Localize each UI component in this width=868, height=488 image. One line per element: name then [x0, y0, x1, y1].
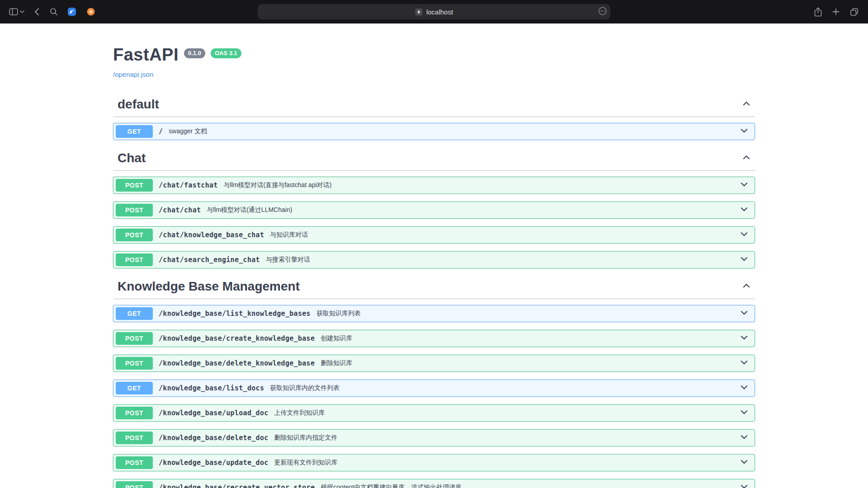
endpoint-row[interactable]: POST /knowledge_base/upload_doc 上传文件到知识库 [113, 404, 755, 422]
search-icon [50, 8, 58, 16]
chevron-down-icon [739, 382, 749, 394]
section-endpoints: GET /knowledge_base/list_knowledge_bases… [113, 299, 755, 488]
endpoint-description: 删除知识库 [321, 359, 352, 367]
endpoint-row[interactable]: POST /knowledge_base/update_doc 更新现有文件到知… [113, 454, 755, 471]
expand-endpoint-button[interactable] [738, 406, 750, 419]
oas-badge: OAS 3.1 [211, 48, 241, 58]
chevron-down-icon [739, 482, 749, 488]
share-icon [814, 7, 822, 17]
expand-endpoint-button[interactable] [738, 203, 750, 216]
endpoint-description: 更新现有文件到知识库 [274, 459, 338, 467]
method-badge: POST [116, 407, 153, 419]
swagger-page: FastAPI 0.1.0 OAS 3.1 /openapi.json defa… [0, 23, 868, 488]
endpoint-row[interactable]: POST /knowledge_base/recreate_vector_sto… [113, 479, 755, 488]
expand-endpoint-button[interactable] [738, 381, 750, 394]
endpoint-description: 与llm模型对话(直接与fastchat api对话) [224, 181, 332, 189]
endpoint-path: /knowledge_base/create_knowledge_base [159, 334, 315, 343]
expand-endpoint-button[interactable] [738, 332, 750, 345]
page-menu-button[interactable] [598, 7, 607, 17]
api-title: FastAPI [113, 45, 179, 65]
endpoint-row[interactable]: POST /chat/search_engine_chat 与搜索引擎对话 [113, 251, 755, 268]
chevron-down-icon [739, 308, 749, 319]
expand-endpoint-button[interactable] [738, 431, 750, 444]
openapi-spec-link[interactable]: /openapi.json [113, 70, 153, 78]
endpoint-row[interactable]: POST /chat/knowledge_base_chat 与知识库对话 [113, 226, 755, 244]
method-badge: POST [116, 456, 153, 469]
back-button[interactable] [30, 4, 43, 19]
expand-endpoint-button[interactable] [738, 178, 750, 192]
search-button[interactable] [47, 4, 61, 19]
sidebar-icon [9, 8, 18, 15]
blue-extension-icon [67, 7, 76, 16]
expand-endpoint-button[interactable] [738, 125, 750, 138]
method-badge: POST [116, 432, 153, 444]
endpoint-path: /knowledge_base/list_knowledge_bases [159, 310, 311, 318]
endpoint-description: 上传文件到知识库 [274, 409, 325, 417]
endpoint-row[interactable]: GET / swagger 文档 [113, 123, 755, 140]
share-button[interactable] [811, 4, 825, 19]
tag-header[interactable]: Chat [113, 148, 755, 171]
method-badge: GET [116, 382, 153, 394]
tag-header[interactable]: default [113, 94, 755, 117]
chevron-up-icon [741, 99, 751, 110]
section-title: Knowledge Base Management [118, 279, 300, 294]
endpoint-row[interactable]: GET /knowledge_base/list_knowledge_bases… [113, 305, 755, 322]
method-badge: POST [116, 481, 153, 488]
sidebar-toggle-button[interactable] [7, 4, 26, 19]
endpoint-path: /knowledge_base/update_doc [159, 459, 269, 467]
endpoint-path: / [159, 127, 163, 136]
collapse-section-button[interactable] [741, 98, 752, 111]
endpoint-description: swagger 文档 [169, 127, 207, 136]
endpoint-path: /chat/knowledge_base_chat [159, 231, 264, 239]
method-badge: GET [116, 125, 153, 138]
expand-endpoint-button[interactable] [738, 456, 750, 469]
expand-endpoint-button[interactable] [738, 357, 750, 370]
chevron-up-icon [741, 281, 751, 292]
chevron-down-icon [739, 229, 749, 240]
chevron-down-icon [739, 407, 749, 418]
endpoint-row[interactable]: POST /knowledge_base/delete_doc 删除知识库内指定… [113, 429, 755, 446]
endpoint-description: 根据content中文档重建向量库，流式输出处理进度。 [321, 483, 468, 488]
collapse-section-button[interactable] [741, 280, 752, 293]
section-endpoints: POST /chat/fastchat 与llm模型对话(直接与fastchat… [113, 171, 755, 268]
chevron-down-icon [739, 254, 749, 265]
method-badge: POST [116, 179, 153, 192]
endpoint-row[interactable]: GET /knowledge_base/list_docs 获取知识库内的文件列… [113, 380, 755, 397]
method-badge: POST [116, 204, 153, 216]
collapse-section-button[interactable] [741, 151, 752, 164]
tab-overview-button[interactable] [847, 4, 861, 19]
chevron-down-icon [739, 204, 749, 216]
browser-toolbar: localhost [0, 0, 868, 23]
endpoint-row[interactable]: POST /chat/chat 与llm模型对话(通过LLMChain) [113, 202, 755, 219]
endpoint-path: /knowledge_base/recreate_vector_store [159, 483, 315, 488]
method-badge: POST [116, 253, 153, 266]
endpoint-description: 删除知识库内指定文件 [274, 434, 338, 442]
chevron-down-icon [739, 432, 749, 443]
tag-section: Chat POST /chat/fastchat 与llm模型对话(直接与fas… [113, 148, 755, 268]
endpoint-description: 与llm模型对话(通过LLMChain) [207, 206, 292, 214]
endpoint-path: /chat/fastchat [159, 181, 218, 189]
extension-button-blue[interactable] [64, 4, 80, 19]
expand-endpoint-button[interactable] [738, 253, 750, 266]
expand-endpoint-button[interactable] [738, 228, 750, 241]
tab-overview-icon [850, 8, 859, 16]
plus-icon [832, 8, 840, 15]
endpoint-description: 创建知识库 [321, 334, 352, 343]
expand-endpoint-button[interactable] [738, 481, 750, 488]
tag-header[interactable]: Knowledge Base Management [113, 276, 755, 299]
endpoint-description: 与搜索引擎对话 [266, 256, 310, 264]
endpoint-row[interactable]: POST /chat/fastchat 与llm模型对话(直接与fastchat… [113, 177, 755, 194]
chevron-down-icon [739, 333, 749, 344]
endpoint-row[interactable]: POST /knowledge_base/delete_knowledge_ba… [113, 355, 755, 372]
address-bar[interactable]: localhost [258, 4, 610, 19]
section-endpoints: GET / swagger 文档 [113, 117, 755, 140]
endpoint-row[interactable]: POST /knowledge_base/create_knowledge_ba… [113, 330, 755, 347]
section-title: default [118, 97, 159, 112]
chevron-down-icon [739, 179, 749, 191]
new-tab-button[interactable] [829, 4, 843, 19]
chevron-down-icon [20, 10, 24, 13]
extension-button-orange[interactable] [83, 4, 99, 19]
chevron-down-icon [739, 357, 749, 369]
endpoint-path: /chat/search_engine_chat [159, 256, 260, 264]
expand-endpoint-button[interactable] [738, 307, 750, 320]
